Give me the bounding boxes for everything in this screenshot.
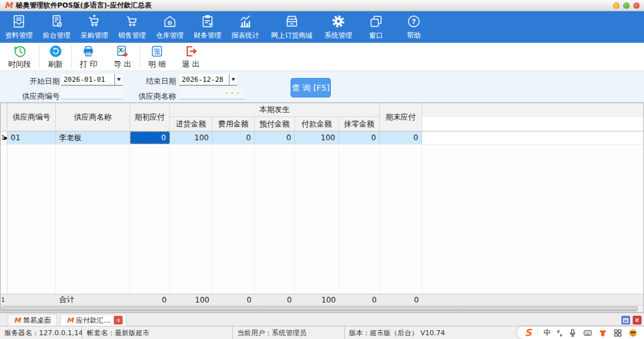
toolbar-item-window[interactable]: 窗口 [357,11,395,43]
archive-icon [11,14,26,29]
tab-label: 简易桌面 [23,316,51,325]
tab-payable-summary[interactable]: M 应付款汇... x [60,314,126,326]
gear-icon [331,14,346,29]
toolbar-item-label: 资料管理 [5,31,33,40]
cell-rounding-amount[interactable]: 0 [339,131,380,144]
cell-opening-payable-selected[interactable]: 0 [130,131,170,144]
action-label: 导 出 [114,59,131,70]
cell-closing-payable[interactable]: 0 [380,131,422,144]
total-payment-amount: 100 [295,296,339,304]
toolbar-item-frontdesk-mgmt[interactable]: 前台管理 [38,11,75,43]
refresh-button[interactable]: 刷新 [40,43,71,70]
toolbar-item-label: 销售管理 [118,31,146,40]
status-version: 版本：超市版（后台） V10.74 [345,326,517,339]
print-button[interactable]: 打 印 [72,43,106,70]
column-header-purchase-amount[interactable]: 进货金额 [170,117,213,131]
soft-keyboard-icon[interactable] [583,328,592,338]
minimize-button[interactable] [613,3,619,9]
toolbar-item-sales-mgmt[interactable]: 销售管理 [113,11,151,43]
query-button[interactable]: 查 询 [F5] [291,78,331,97]
end-date-label: 结束日期 [126,76,176,87]
sogou-logo-icon[interactable]: S [525,327,531,338]
toolbar-item-online-mall[interactable]: 网上订货商城 [264,11,319,43]
status-account: 帐套名：最新版超市 [82,326,233,339]
action-label: 退 出 [182,59,199,70]
toolbar-item-warehouse-mgmt[interactable]: 仓库管理 [151,11,189,43]
start-date-value: 2026-01-01 [61,74,114,85]
start-date-select[interactable]: 2026-01-01 [61,74,123,86]
toolbar-item-report-stats[interactable]: 报表统计 [226,11,264,43]
grid-total-row: 1 合计 0 100 0 0 100 0 0 [1,294,643,305]
exit-door-icon [184,44,198,58]
header-filler [422,103,643,117]
toolbox-grid-icon[interactable] [613,328,623,338]
sales-cart-icon [125,14,140,29]
purchase-cart-icon [87,14,102,29]
total-purchase-amount: 100 [170,296,213,304]
tab-simple-desktop[interactable]: M 简易桌面 [8,314,57,326]
column-header-rounding-amount[interactable]: 抹零金额 [339,117,380,131]
end-date-value: 2026-12-28 [179,74,229,85]
horizontal-scrollbar[interactable] [1,305,643,312]
action-label: 打 印 [80,59,97,70]
end-date-select[interactable]: 2026-12-28 [179,74,237,86]
column-header-supplier-code[interactable]: 供应商编号 [8,103,56,131]
app-window: M 秘奥管理软件POS版(多语言)-应付款汇总表 资料管理 前台管理 采购管理 … [0,0,644,339]
skin-icon[interactable] [598,328,608,338]
ime-separator [537,328,538,337]
maximize-button[interactable] [623,3,630,9]
export-button[interactable]: X 导 出 [106,43,140,70]
toolbar-item-data-mgmt[interactable]: 资料管理 [0,11,38,43]
window-controls [613,3,640,9]
cell-purchase-amount[interactable]: 100 [170,131,213,144]
scrollbar-thumb[interactable] [1,306,638,311]
cell-payment-amount[interactable]: 100 [295,131,339,144]
column-header-closing-payable[interactable]: 期末应付 [380,103,422,131]
exit-button[interactable]: 退 出 [174,43,208,70]
help-icon: ? [406,14,421,29]
close-window-icon[interactable] [633,316,641,325]
toolbar-item-finance-mgmt[interactable]: 财务管理 [189,11,226,43]
status-user: 当前用户：系统管理员 [233,326,345,339]
column-header-opening-payable[interactable]: 期初应付 [130,103,170,131]
titlebar: M 秘奥管理软件POS版(多语言)-应付款汇总表 [0,0,644,11]
cell-supplier-name[interactable]: 李老板 [56,131,130,144]
dropdown-arrow-icon[interactable] [229,74,237,85]
emoji-icon[interactable] [628,328,638,338]
column-header-supplier-name[interactable]: 供应商名称 [56,103,130,131]
start-date-label: 开始日期 [9,76,60,87]
finance-clipboard-icon [200,14,215,29]
column-header-prepaid-amount[interactable]: 预付金额 [255,117,295,131]
cell-prepaid-amount[interactable]: 0 [255,131,295,144]
total-label: 合计 [56,294,130,305]
action-toolbar: 时间段 刷新 打 印 X 导 出 明 细 退 出 [0,43,644,70]
supplier-code-input[interactable] [61,89,123,99]
close-button[interactable] [633,3,640,9]
column-header-payment-amount[interactable]: 付款金额 [295,117,339,131]
dropdown-arrow-icon[interactable] [114,74,123,85]
cell-supplier-code[interactable]: 01 [8,131,56,144]
supplier-browse-button[interactable]: · · · [225,90,240,97]
toolbar-item-label: 系统管理 [325,31,352,40]
tab-label: 应付款汇... [76,316,111,325]
punctuation-mode-icon[interactable]: °, [557,330,562,336]
toolbar-item-system-mgmt[interactable]: 系统管理 [319,11,357,43]
detail-button[interactable]: 明 细 [140,43,174,70]
column-header-expense-amount[interactable]: 费用金额 [213,117,255,131]
table-row[interactable]: 1▶ 01 李老板 0 100 0 0 100 0 0 [1,131,643,145]
restore-window-icon[interactable] [621,316,630,325]
time-range-clock-icon [13,44,27,58]
svg-text:?: ? [412,18,416,26]
microphone-icon[interactable] [568,328,577,338]
mall-box-icon [284,14,299,29]
toolbar-item-purchase-mgmt[interactable]: 采购管理 [75,11,113,43]
time-range-button[interactable]: 时间段 [0,43,39,70]
chinese-mode-icon[interactable]: 中 [543,328,551,338]
tab-close-button[interactable]: x [114,316,123,325]
cell-expense-amount[interactable]: 0 [213,131,255,144]
toolbar-item-help[interactable]: ? 帮助 [395,11,433,43]
window-title: 秘奥管理软件POS版(多语言)-应付款汇总表 [16,1,152,10]
total-opening-payable: 0 [130,296,170,304]
header-filler [422,117,643,131]
excel-export-icon: X [115,44,130,58]
